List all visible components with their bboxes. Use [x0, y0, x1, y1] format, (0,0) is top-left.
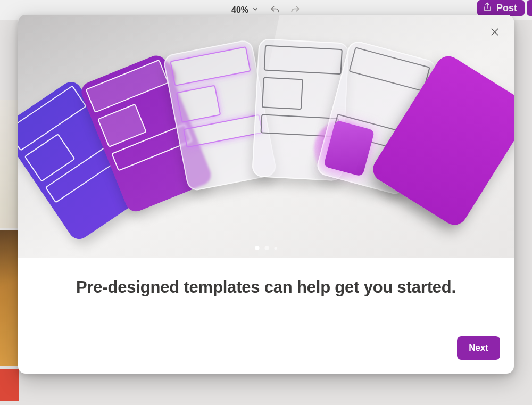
pagination-dot[interactable]	[255, 246, 260, 250]
close-button[interactable]	[486, 23, 503, 40]
modal-headline: Pre-designed templates can help get you …	[34, 278, 498, 297]
onboarding-modal: Pre-designed templates can help get you …	[18, 15, 514, 374]
close-icon	[489, 27, 500, 37]
pagination-dots	[255, 246, 277, 250]
next-button[interactable]: Next	[457, 336, 500, 360]
modal-overlay: Pre-designed templates can help get you …	[0, 0, 532, 405]
modal-hero-illustration	[18, 15, 514, 258]
pagination-dot[interactable]	[275, 247, 277, 250]
pagination-dot[interactable]	[265, 246, 269, 250]
